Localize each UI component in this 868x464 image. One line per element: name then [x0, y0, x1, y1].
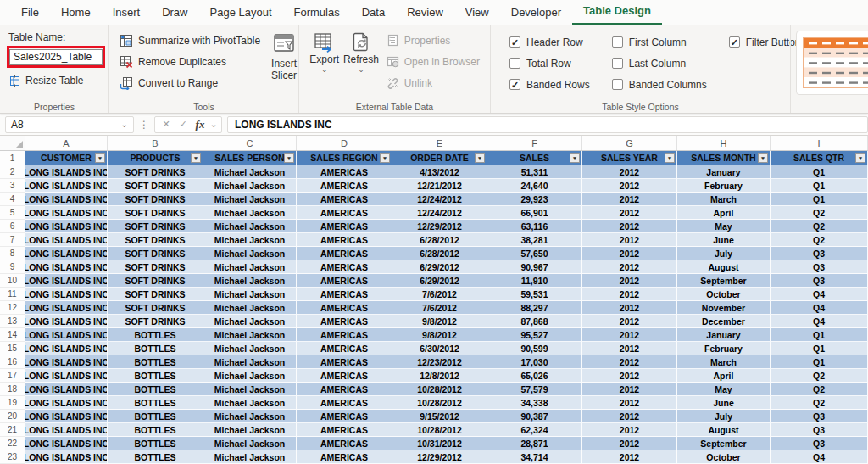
cell-E21[interactable]: 10/28/2012: [392, 423, 487, 437]
cell-I6[interactable]: Q2: [771, 220, 868, 233]
cell-B12[interactable]: SOFT DRINKS: [108, 301, 203, 315]
column-header-F[interactable]: F: [487, 136, 582, 150]
cell-E2[interactable]: 4/13/2012: [392, 165, 487, 179]
cell-B18[interactable]: BOTTLES: [108, 383, 203, 396]
cell-G6[interactable]: 2012: [582, 220, 677, 233]
cell-C23[interactable]: Michael Jackson: [203, 450, 297, 464]
cell-G4[interactable]: 2012: [582, 193, 677, 206]
cell-F8[interactable]: 57,650: [487, 247, 582, 260]
cell-B10[interactable]: SOFT DRINKS: [108, 274, 203, 288]
tab-developer[interactable]: Developer: [500, 0, 572, 25]
cell-E10[interactable]: 6/29/2012: [392, 274, 487, 288]
row-number-11[interactable]: 11: [0, 288, 25, 301]
cell-F19[interactable]: 34,338: [487, 396, 582, 410]
cell-C16[interactable]: Michael Jackson: [203, 355, 297, 369]
tab-formulas[interactable]: Formulas: [283, 0, 351, 25]
header-cell-order-date[interactable]: ORDER DATE▾: [392, 151, 487, 165]
filter-button-sales-year[interactable]: ▾: [665, 153, 675, 163]
cell-H16[interactable]: March: [677, 355, 771, 369]
cell-A21[interactable]: LONG ISLANDS INC: [25, 423, 108, 437]
cell-B8[interactable]: SOFT DRINKS: [108, 247, 203, 260]
cell-E13[interactable]: 9/8/2012: [392, 315, 487, 328]
cell-A22[interactable]: LONG ISLANDS INC: [25, 437, 108, 450]
cell-H14[interactable]: January: [677, 328, 771, 342]
cell-D16[interactable]: AMERICAS: [297, 355, 392, 369]
cell-F3[interactable]: 24,640: [487, 179, 582, 193]
cell-C14[interactable]: Michael Jackson: [203, 328, 297, 342]
cell-F21[interactable]: 62,324: [487, 423, 582, 437]
cancel-button[interactable]: ✕: [159, 119, 174, 130]
cell-D14[interactable]: AMERICAS: [297, 328, 392, 342]
cell-C9[interactable]: Michael Jackson: [203, 260, 297, 274]
checkbox-header-row-box[interactable]: ✓: [509, 36, 520, 48]
cell-I17[interactable]: Q2: [771, 369, 868, 383]
cell-D18[interactable]: AMERICAS: [297, 383, 392, 396]
cell-I18[interactable]: Q2: [771, 383, 868, 396]
cell-E20[interactable]: 9/15/2012: [392, 410, 487, 423]
cell-D17[interactable]: AMERICAS: [297, 369, 392, 383]
cell-H13[interactable]: December: [677, 315, 771, 328]
column-header-D[interactable]: D: [297, 136, 392, 150]
cell-A4[interactable]: LONG ISLANDS INC: [25, 193, 108, 206]
column-header-B[interactable]: B: [108, 136, 203, 150]
cell-H2[interactable]: January: [677, 165, 771, 179]
cell-H5[interactable]: April: [677, 206, 771, 220]
cell-B13[interactable]: SOFT DRINKS: [108, 315, 203, 328]
cell-G2[interactable]: 2012: [582, 165, 677, 179]
checkbox-last-column[interactable]: Last Column: [612, 54, 707, 72]
cell-B6[interactable]: SOFT DRINKS: [108, 220, 203, 233]
row-number-6[interactable]: 6: [0, 220, 25, 233]
cell-D19[interactable]: AMERICAS: [297, 396, 392, 410]
cell-D12[interactable]: AMERICAS: [297, 301, 392, 315]
checkbox-header-row[interactable]: ✓Header Row: [509, 33, 590, 51]
column-header-E[interactable]: E: [392, 136, 487, 150]
cell-B20[interactable]: BOTTLES: [108, 410, 203, 423]
cell-D10[interactable]: AMERICAS: [297, 274, 392, 288]
row-number-1[interactable]: 1: [0, 151, 25, 165]
cell-I10[interactable]: Q3: [771, 274, 868, 288]
cell-B15[interactable]: BOTTLES: [108, 342, 203, 355]
row-number-15[interactable]: 15: [0, 342, 25, 355]
cell-C20[interactable]: Michael Jackson: [203, 410, 297, 423]
cell-C15[interactable]: Michael Jackson: [203, 342, 297, 355]
cell-I14[interactable]: Q1: [771, 328, 868, 342]
cell-I2[interactable]: Q1: [771, 165, 868, 179]
cell-F2[interactable]: 51,311: [487, 165, 582, 179]
cell-A11[interactable]: LONG ISLANDS INC: [25, 288, 108, 301]
formula-input[interactable]: LONG ISLANDS INC: [227, 116, 868, 133]
cell-G17[interactable]: 2012: [582, 369, 677, 383]
header-cell-products[interactable]: PRODUCTS▾: [108, 151, 203, 165]
cell-G8[interactable]: 2012: [582, 247, 677, 260]
cell-A15[interactable]: LONG ISLANDS INC: [25, 342, 108, 355]
cell-H21[interactable]: August: [677, 423, 771, 437]
cell-D9[interactable]: AMERICAS: [297, 260, 392, 274]
header-cell-sales-month[interactable]: SALES MONTH▾: [677, 151, 771, 165]
cell-G13[interactable]: 2012: [582, 315, 677, 328]
tab-draw[interactable]: Draw: [151, 0, 198, 25]
cell-I22[interactable]: Q3: [771, 437, 868, 450]
filter-button-order-date[interactable]: ▾: [475, 153, 485, 163]
cell-H4[interactable]: March: [677, 193, 771, 206]
cell-G18[interactable]: 2012: [582, 383, 677, 396]
cell-A6[interactable]: LONG ISLANDS INC: [25, 220, 108, 233]
cell-A13[interactable]: LONG ISLANDS INC: [25, 315, 108, 328]
cell-B5[interactable]: SOFT DRINKS: [108, 206, 203, 220]
cell-D3[interactable]: AMERICAS: [297, 179, 392, 193]
cell-G20[interactable]: 2012: [582, 410, 677, 423]
cell-E14[interactable]: 9/8/2012: [392, 328, 487, 342]
checkbox-banded-columns[interactable]: Banded Columns: [612, 75, 707, 93]
cell-H3[interactable]: February: [677, 179, 771, 193]
row-number-3[interactable]: 3: [0, 179, 25, 193]
row-number-16[interactable]: 16: [0, 355, 25, 369]
cell-F6[interactable]: 63,116: [487, 220, 582, 233]
cell-F22[interactable]: 28,871: [487, 437, 582, 450]
cell-A5[interactable]: LONG ISLANDS INC: [25, 206, 108, 220]
column-header-C[interactable]: C: [203, 136, 297, 150]
cell-F11[interactable]: 59,531: [487, 288, 582, 301]
row-number-17[interactable]: 17: [0, 369, 25, 383]
cell-B9[interactable]: SOFT DRINKS: [108, 260, 203, 274]
header-cell-sales-region[interactable]: SALES REGION▾: [297, 151, 392, 165]
cell-B23[interactable]: BOTTLES: [108, 450, 203, 464]
table-styles-gallery[interactable]: [796, 31, 868, 95]
column-header-G[interactable]: G: [582, 136, 677, 150]
